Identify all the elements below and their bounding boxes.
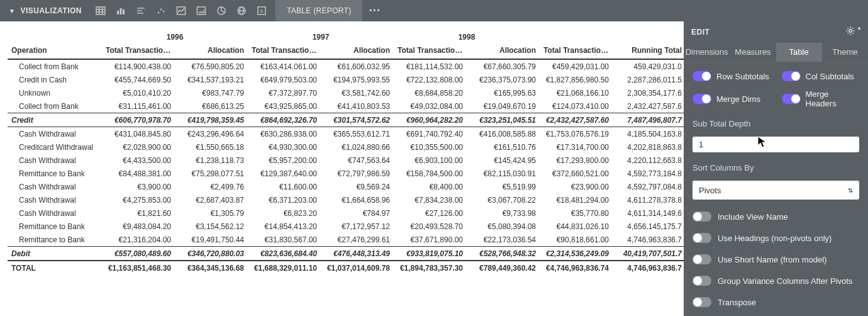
svg-point-13: [163, 11, 165, 13]
col-alloc[interactable]: Allocation: [467, 44, 540, 60]
area-chart-icon[interactable]: [191, 0, 211, 21]
col-ttv[interactable]: Total Transaction Value: [248, 44, 321, 60]
cell-value: €5,519.99: [467, 180, 540, 193]
bar-chart-icon[interactable]: [111, 0, 131, 21]
align-icon[interactable]: [131, 0, 151, 21]
cell-value: €722,132,808.00: [394, 73, 467, 86]
edit-title: EDIT: [691, 28, 709, 37]
edit-panel-header: EDIT ▾: [684, 21, 868, 43]
toggle-option[interactable]: [693, 233, 711, 243]
cell-value: €606,770,978.70: [102, 113, 175, 127]
cell-operation: Remittance to Bank: [8, 220, 102, 233]
cell-value: €346,720,880.03: [175, 247, 248, 261]
col-operation[interactable]: Operation: [8, 44, 102, 60]
gear-icon[interactable]: ▾: [845, 26, 860, 38]
tab-measures[interactable]: Measures: [730, 43, 776, 62]
cell-value: €4,275,853.00: [102, 193, 175, 206]
col-alloc[interactable]: Allocation: [321, 44, 394, 60]
cell-value: €11,600.00: [248, 180, 321, 193]
line-chart-icon[interactable]: [171, 0, 191, 21]
cell-value: 2,308,354,177.6: [613, 86, 684, 99]
year-header: 1996: [102, 30, 248, 44]
cell-operation: Collect from Bank: [8, 59, 102, 73]
cell-operation: Cash Withdrawal: [8, 206, 102, 220]
cell-value: €1,753,076,576.19: [540, 127, 613, 141]
svg-rect-5: [117, 11, 119, 14]
cell-operation: Cash Withdrawal: [8, 154, 102, 167]
table-row: Collect from Bank€114,900,438.00€76,590,…: [8, 59, 684, 73]
column-header-row: Operation Total Transaction Value Alloca…: [8, 44, 684, 60]
scatter-icon[interactable]: [151, 0, 171, 21]
toggle-option[interactable]: [693, 297, 711, 307]
table-row: Collect from Bank€31,115,461.00€686,613.…: [8, 99, 684, 113]
col-ttv[interactable]: Total Transaction Value: [394, 44, 467, 60]
toggle-option[interactable]: [693, 254, 711, 264]
cell-value: 4,611,314,149.6: [613, 206, 684, 220]
select-sort-columns[interactable]: [693, 181, 859, 200]
cell-value: €7,172,957.12: [321, 220, 394, 233]
cell-value: €10,355,500.00: [394, 140, 467, 154]
cell-value: 4,611,278,378.8: [613, 193, 684, 206]
cell-value: €5,957,200.00: [248, 154, 321, 167]
cell-value: €9,569.24: [321, 180, 394, 193]
table-icon[interactable]: [91, 0, 111, 21]
cell-value: €114,900,438.00: [102, 59, 175, 73]
cell-value: €933,819,075.10: [394, 247, 467, 261]
toggle-option[interactable]: [693, 276, 711, 286]
cell-value: 4,592,797,084.8: [613, 180, 684, 193]
cell-operation: Cash Withdrawal: [8, 180, 102, 193]
toggle-col-subtotals[interactable]: [782, 71, 801, 81]
cell-value: €8,400.00: [394, 180, 467, 193]
table-row: Remittance to Bank€84,488,381.00€75,298,…: [8, 167, 684, 180]
cell-value: €864,692,326.70: [248, 113, 321, 127]
col-ttv[interactable]: Total Transaction Value: [102, 44, 175, 60]
cell-value: €419,798,359.45: [175, 113, 248, 127]
cell-value: €323,251,045.51: [467, 113, 540, 127]
pie-chart-icon[interactable]: [211, 0, 231, 21]
cell-value: €82,115,030.91: [467, 167, 540, 180]
toggle-merge-dims[interactable]: [693, 94, 711, 104]
cell-value: €301,574,572.62: [321, 113, 394, 127]
cell-value: €23,900.00: [540, 180, 613, 193]
cell-value: 4,592,773,184.8: [613, 167, 684, 180]
cell-value: €76,590,805.20: [175, 59, 248, 73]
table-row: Cash Withdrawal€1,821.60€1,305.79€6,823.…: [8, 206, 684, 220]
tab-table-report[interactable]: TABLE (REPORT): [275, 0, 362, 21]
toggle-option[interactable]: [693, 212, 711, 222]
cell-value: €67,660,305.79: [467, 59, 540, 73]
cell-value: €365,553,612.71: [321, 127, 394, 141]
toolbar: 6: [91, 0, 272, 21]
cell-value: €17,314,700.00: [540, 140, 613, 154]
svg-point-11: [158, 12, 160, 14]
col-ttv[interactable]: Total Transaction Value: [540, 44, 613, 60]
col-running[interactable]: Running Total: [613, 44, 684, 60]
tab-more-icon[interactable]: •••: [362, 0, 387, 21]
map-icon[interactable]: [231, 0, 252, 21]
input-subtotal-depth[interactable]: [693, 137, 859, 152]
number-icon[interactable]: 6: [252, 0, 272, 21]
tab-dimensions[interactable]: Dimensions: [684, 43, 730, 62]
option-label: Transpose: [718, 298, 756, 307]
cell-value: €3,154,562.12: [175, 220, 248, 233]
cell-value: €41,410,803.53: [321, 99, 394, 113]
cell-operation: Credit in Cash: [8, 73, 102, 86]
cell-value: €2,687,403.87: [175, 193, 248, 206]
col-alloc[interactable]: Allocation: [175, 44, 248, 60]
tab-theme[interactable]: Theme: [822, 43, 868, 62]
cell-value: €983,747.79: [175, 86, 248, 99]
cell-value: €35,770.80: [540, 206, 613, 220]
subtotal-row: Credit€606,770,978.70€419,798,359.45€864…: [8, 113, 684, 127]
tab-table[interactable]: Table: [776, 43, 822, 62]
cell-value: €6,903,100.00: [394, 154, 467, 167]
svg-text:6: 6: [260, 8, 264, 14]
toggle-merge-headers[interactable]: [782, 94, 801, 104]
option-label: Use Short Name (from model): [718, 255, 826, 264]
visualization-header[interactable]: ▼ VISUALIZATION: [0, 0, 91, 21]
cell-value: €747,563.64: [321, 154, 394, 167]
cell-value: €243,296,496.64: [175, 127, 248, 141]
cell-value: €5,010,410.20: [102, 86, 175, 99]
toggle-row-subtotals[interactable]: [693, 71, 711, 81]
table-row: Unknown€5,010,410.20€983,747.79€7,372,89…: [8, 86, 684, 99]
cell-value: €31,115,461.00: [102, 99, 175, 113]
cell-value: €3,900.00: [102, 180, 175, 193]
